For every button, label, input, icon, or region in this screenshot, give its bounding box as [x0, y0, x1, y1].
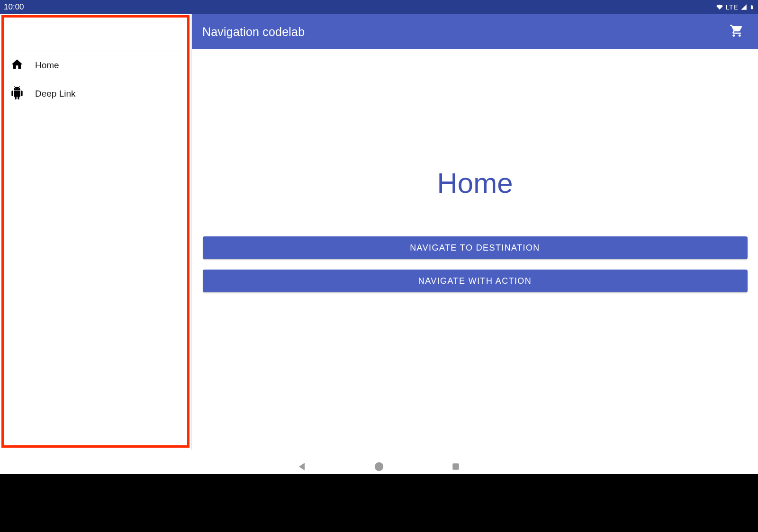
app-frame: Home Deep Link Navigation codelab: [0, 14, 758, 450]
drawer-item-label: Deep Link: [35, 89, 76, 99]
navigate-destination-button[interactable]: NAVIGATE TO DESTINATION: [203, 236, 748, 259]
circle-icon: [374, 461, 384, 472]
drawer-header: [0, 14, 191, 51]
svg-point-0: [375, 462, 383, 471]
page-content: Home NAVIGATE TO DESTINATION NAVIGATE WI…: [192, 49, 758, 450]
letterbox-bottom: [0, 483, 758, 532]
battery-icon: [749, 3, 754, 11]
android-icon: [10, 86, 24, 102]
cart-button[interactable]: [726, 20, 748, 44]
nav-back-button[interactable]: [295, 459, 310, 474]
drawer-item-deep-link[interactable]: Deep Link: [0, 80, 191, 108]
drawer-item-label: Home: [35, 60, 59, 71]
shopping-cart-icon: [730, 31, 744, 39]
page-title: Home: [437, 167, 513, 199]
app-main: Navigation codelab Home NAVIGATE TO DEST…: [192, 14, 758, 450]
navigation-drawer-container: Home Deep Link: [0, 14, 192, 450]
drawer-item-home[interactable]: Home: [0, 51, 191, 80]
back-icon: [297, 461, 308, 472]
navigate-action-button[interactable]: NAVIGATE WITH ACTION: [203, 270, 748, 292]
home-icon: [10, 58, 24, 73]
status-time: 10:00: [4, 2, 24, 12]
nav-recent-button[interactable]: [448, 459, 463, 474]
network-label: LTE: [726, 3, 738, 11]
status-bar: 10:00 LTE: [0, 0, 758, 14]
square-icon: [451, 462, 460, 471]
status-indicators: LTE: [715, 3, 754, 11]
nav-home-button[interactable]: [371, 459, 387, 474]
system-nav-bar: [0, 450, 758, 483]
wifi-icon: [715, 4, 724, 10]
app-bar-title: Navigation codelab: [202, 25, 305, 39]
svg-rect-1: [452, 463, 459, 469]
device-frame: 10:00 LTE Home: [0, 0, 758, 474]
cell-signal-icon: [740, 4, 748, 10]
navigation-drawer: Home Deep Link: [0, 14, 192, 450]
app-bar: Navigation codelab: [192, 14, 758, 49]
